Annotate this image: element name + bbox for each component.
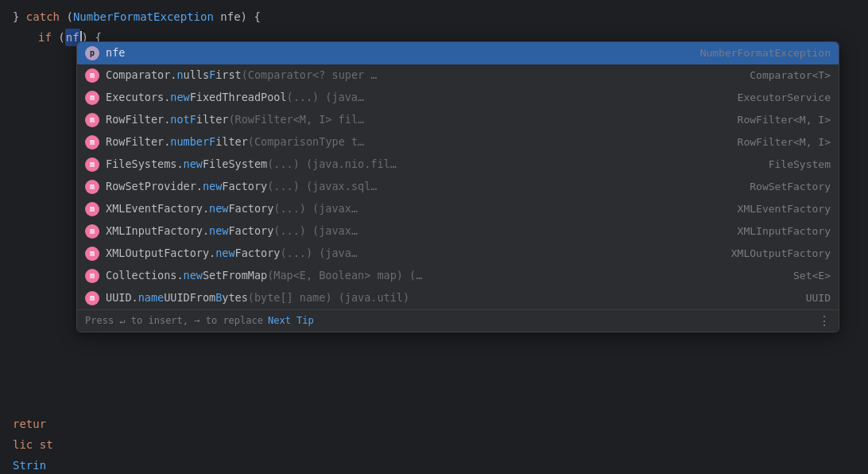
- ac-label-4: RowFilter.numberFilter(ComparisonType t…: [106, 134, 697, 151]
- ac-label-8: XMLInputFactory.newFactory(...) (javax…: [106, 223, 697, 240]
- ac-type-1: Comparator<T>: [703, 68, 831, 84]
- ac-label-2: Executors.newFixedThreadPool(...) (java…: [106, 89, 697, 107]
- ac-type-9: XMLOutputFactory: [703, 246, 831, 262]
- ac-item-7[interactable]: m XMLEventFactory.newFactory(...) (javax…: [77, 198, 839, 220]
- ac-label-6: RowSetProvider.newFactory(...) (javax.sq…: [106, 178, 697, 196]
- ac-item-6[interactable]: m RowSetProvider.newFactory(...) (javax.…: [77, 176, 839, 198]
- ac-type-5: FileSystem: [703, 157, 831, 173]
- ac-icon-m-9: m: [85, 247, 99, 261]
- ac-item-4[interactable]: m RowFilter.numberFilter(ComparisonType …: [77, 131, 839, 153]
- ac-type-3: RowFilter<M, I>: [703, 112, 831, 129]
- ac-item-5[interactable]: m FileSystems.newFileSystem(...) (java.n…: [77, 153, 839, 176]
- ac-type-11: UUID: [703, 290, 831, 307]
- code-line-1: } catch (NumberFormatException nfe) {: [0, 6, 868, 27]
- autocomplete-dropdown[interactable]: p nfe NumberFormatException m Comparator…: [76, 41, 839, 332]
- ac-icon-m-4: m: [85, 135, 99, 150]
- ac-label-0: nfe: [106, 45, 694, 62]
- ac-footer: Press ↵ to insert, → to replace Next Tip…: [77, 309, 839, 332]
- ac-item-10[interactable]: m Collections.newSetFromMap(Map<E, Boole…: [77, 265, 839, 287]
- ac-footer-dots-button[interactable]: ⋮: [818, 311, 831, 332]
- ac-label-5: FileSystems.newFileSystem(...) (java.nio…: [106, 156, 697, 173]
- ac-type-6: RowSetFactory: [703, 179, 831, 196]
- next-tip-button[interactable]: Next Tip: [268, 313, 314, 328]
- ac-icon-m-7: m: [85, 202, 99, 216]
- ac-label-11: UUID.nameUUIDFromBytes(byte[] name) (jav…: [106, 289, 697, 307]
- ac-footer-press-text: Press ↵ to insert, → to replace: [85, 313, 263, 328]
- ac-item-2[interactable]: m Executors.newFixedThreadPool(...) (jav…: [77, 87, 839, 109]
- ac-label-1: Comparator.nullsFirst(Comparator<? super…: [106, 67, 697, 84]
- ac-icon-m-5: m: [85, 157, 99, 172]
- ac-icon-m-1: m: [85, 68, 99, 83]
- ac-icon-m-8: m: [85, 224, 99, 239]
- ac-icon-m-6: m: [85, 180, 99, 194]
- ac-type-8: XMLInputFactory: [703, 223, 831, 240]
- ac-type-4: RowFilter<M, I>: [703, 134, 831, 151]
- ac-type-7: XMLEventFactory: [703, 201, 831, 218]
- ac-item-8[interactable]: m XMLInputFactory.newFactory(...) (javax…: [77, 220, 839, 243]
- ac-icon-m-2: m: [85, 91, 99, 105]
- code-line-bottom-3: Strin: [0, 455, 59, 474]
- ac-icon-m-10: m: [85, 269, 99, 283]
- ac-label-7: XMLEventFactory.newFactory(...) (javax…: [106, 200, 697, 218]
- ac-item-1[interactable]: m Comparator.nullsFirst(Comparator<? sup…: [77, 64, 839, 87]
- editor-area: } catch (NumberFormatException nfe) { if…: [0, 0, 868, 474]
- ac-item-0[interactable]: p nfe NumberFormatException: [77, 42, 839, 64]
- ac-item-9[interactable]: m XMLOutputFactory.newFactory(...) (java…: [77, 243, 839, 265]
- ac-type-2: ExecutorService: [703, 90, 831, 107]
- ac-label-9: XMLOutputFactory.newFactory(...) (java…: [106, 245, 697, 262]
- ac-label-10: Collections.newSetFromMap(Map<E, Boolean…: [106, 267, 697, 285]
- ac-label-3: RowFilter.notFilter(RowFilter<M, I> fil…: [106, 111, 697, 129]
- ac-item-3[interactable]: m RowFilter.notFilter(RowFilter<M, I> fi…: [77, 109, 839, 131]
- ac-type-10: Set<E>: [703, 268, 831, 285]
- code-line-bottom-2: lic st: [0, 434, 66, 455]
- ac-icon-p: p: [85, 46, 99, 60]
- ac-icon-m-11: m: [85, 291, 99, 305]
- ac-icon-m-3: m: [85, 113, 99, 127]
- ac-type-0: NumberFormatException: [700, 45, 831, 62]
- ac-item-11[interactable]: m UUID.nameUUIDFromBytes(byte[] name) (j…: [77, 287, 839, 309]
- code-line-bottom-1: retur: [0, 414, 59, 434]
